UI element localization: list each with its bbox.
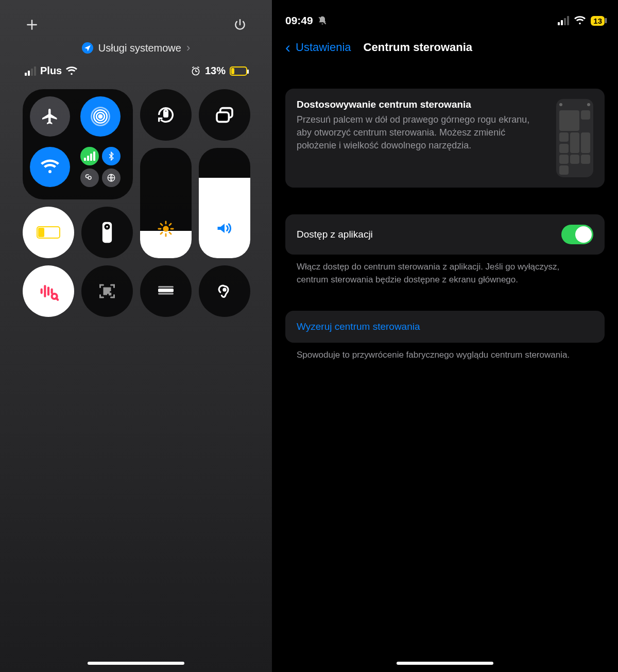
wallet-button[interactable] bbox=[140, 265, 192, 317]
reset-control-center-button[interactable]: Wyzeruj centrum sterowania bbox=[285, 311, 605, 343]
power-button[interactable] bbox=[231, 15, 249, 34]
reset-footer: Spowoduje to przywrócenie fabrycznego wy… bbox=[285, 343, 605, 362]
vpn-toggle[interactable] bbox=[102, 169, 121, 187]
brightness-icon bbox=[157, 220, 175, 238]
settings-pane: 09:49 13 ‹ Ustawienia Centrum sterowania… bbox=[272, 0, 618, 672]
card-body: Przesuń palcem w dół od prawego górnego … bbox=[297, 113, 546, 153]
svg-point-15 bbox=[163, 226, 168, 231]
hearing-button[interactable] bbox=[199, 265, 250, 317]
bluetooth-toggle[interactable] bbox=[102, 147, 121, 165]
svg-line-22 bbox=[161, 232, 162, 234]
connectivity-group[interactable] bbox=[23, 89, 133, 199]
apple-tv-remote-button[interactable] bbox=[81, 207, 133, 258]
shazam-button[interactable] bbox=[23, 265, 74, 317]
status-bar: Plus 13% bbox=[0, 55, 272, 83]
volume-slider[interactable] bbox=[199, 148, 250, 258]
low-power-mode-toggle[interactable] bbox=[23, 207, 74, 258]
svg-rect-33 bbox=[104, 288, 107, 291]
svg-rect-39 bbox=[158, 286, 174, 288]
back-chevron-icon[interactable]: ‹ bbox=[285, 40, 290, 55]
control-center-pane: Usługi systemowe › Plus 13% bbox=[0, 0, 272, 672]
svg-line-32 bbox=[56, 298, 58, 299]
time-label: 09:49 bbox=[285, 14, 313, 27]
svg-line-23 bbox=[169, 224, 171, 225]
connectivity-mini-group bbox=[80, 147, 121, 187]
airplane-mode-toggle[interactable] bbox=[30, 96, 70, 137]
page-title: Centrum sterowania bbox=[364, 41, 473, 54]
battery-icon bbox=[230, 66, 247, 76]
access-switch[interactable] bbox=[561, 225, 593, 244]
access-from-apps-row: Dostęp z aplikacji bbox=[285, 214, 605, 255]
cellular-icon bbox=[558, 16, 569, 25]
silent-icon bbox=[317, 15, 328, 26]
alarm-icon bbox=[191, 66, 201, 76]
home-indicator[interactable] bbox=[88, 662, 184, 665]
system-services-label: Usługi systemowe bbox=[98, 42, 181, 54]
customize-card[interactable]: Dostosowywanie centrum sterowania Przesu… bbox=[285, 89, 605, 188]
svg-rect-37 bbox=[110, 294, 111, 295]
wifi-icon bbox=[574, 15, 586, 26]
back-link[interactable]: Ustawienia bbox=[296, 41, 351, 54]
access-label: Dostęp z aplikacji bbox=[297, 229, 373, 240]
wifi-toggle[interactable] bbox=[30, 147, 70, 187]
svg-rect-14 bbox=[217, 112, 229, 122]
volume-icon bbox=[215, 219, 234, 238]
personal-hotspot-toggle[interactable] bbox=[80, 169, 99, 187]
carrier-label: Plus bbox=[40, 65, 62, 77]
svg-rect-38 bbox=[158, 289, 174, 292]
svg-point-7 bbox=[99, 115, 102, 118]
battery-percent: 13% bbox=[205, 65, 226, 77]
svg-line-6 bbox=[197, 66, 199, 68]
card-title: Dostosowywanie centrum sterowania bbox=[297, 99, 546, 110]
cellular-data-toggle[interactable] bbox=[80, 147, 99, 165]
svg-point-26 bbox=[106, 226, 108, 228]
system-services-link[interactable]: Usługi systemowe › bbox=[0, 41, 272, 55]
svg-line-5 bbox=[192, 66, 194, 68]
cellular-icon bbox=[25, 66, 36, 76]
svg-line-20 bbox=[161, 224, 162, 225]
qr-scanner-button[interactable] bbox=[81, 265, 133, 317]
reset-label: Wyzeruj centrum sterowania bbox=[297, 321, 420, 332]
chevron-right-icon: › bbox=[186, 41, 190, 55]
wifi-icon bbox=[66, 65, 77, 77]
svg-rect-34 bbox=[108, 288, 111, 291]
airdrop-toggle[interactable] bbox=[80, 96, 121, 137]
home-indicator[interactable] bbox=[397, 662, 493, 665]
battery-badge: 13 bbox=[591, 16, 605, 26]
svg-line-21 bbox=[169, 232, 171, 234]
svg-rect-35 bbox=[104, 292, 107, 295]
screen-mirroring-button[interactable] bbox=[199, 89, 250, 141]
orientation-lock-toggle[interactable] bbox=[140, 89, 192, 141]
location-icon bbox=[82, 42, 93, 54]
svg-point-41 bbox=[224, 289, 226, 291]
access-footer: Włącz dostęp do centrum sterowania z apl… bbox=[285, 255, 605, 286]
brightness-slider[interactable] bbox=[140, 148, 192, 258]
control-center-thumbnail bbox=[556, 99, 593, 177]
add-button[interactable] bbox=[23, 15, 41, 34]
svg-rect-40 bbox=[158, 293, 174, 294]
status-bar-right: 09:49 13 bbox=[285, 0, 605, 31]
